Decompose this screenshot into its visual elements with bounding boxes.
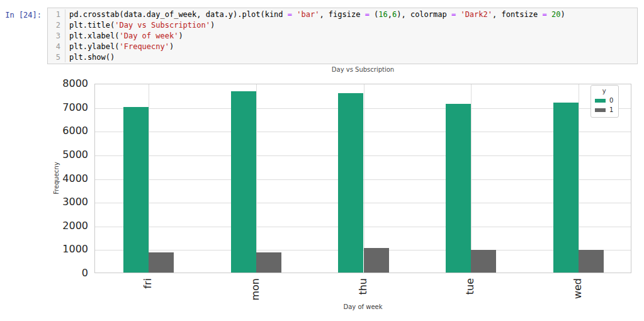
code-token-plain: ) — [560, 10, 565, 19]
code-line[interactable]: plt.title('Day vs Subscription') — [69, 20, 637, 31]
code-token-plain: plt.show() — [69, 53, 115, 62]
code-token-plain — [547, 10, 551, 19]
gridline-vertical — [579, 84, 579, 273]
code-token-plain: , fontsize — [492, 10, 542, 19]
y-tick-label: 6000 — [49, 125, 88, 137]
code-token-op: = — [365, 10, 370, 19]
code-token-plain: ), colormap — [397, 10, 451, 19]
code-token-str: 'Day vs Subscription' — [115, 21, 210, 30]
code-line[interactable]: plt.xlabel('Day of week') — [69, 31, 637, 42]
code-line[interactable]: pd.crosstab(data.day_of_week, data.y).pl… — [69, 9, 637, 20]
legend: y 01 — [590, 85, 619, 118]
bar-0-thu — [338, 93, 363, 273]
bar-0-fri — [123, 107, 149, 273]
x-axis-label: Day of week — [94, 303, 631, 310]
y-tick-label: 0 — [49, 267, 88, 279]
y-tick-label: 2000 — [49, 220, 88, 232]
line-number: 3 — [48, 31, 65, 42]
code-token-op: = — [542, 10, 546, 19]
legend-entry-1: 1 — [595, 106, 613, 113]
code-token-plain: ) — [210, 21, 215, 30]
code-token-op: = — [288, 10, 292, 19]
line-number: 2 — [48, 20, 65, 31]
code-token-plain: plt.ylabel( — [69, 42, 119, 51]
code-line[interactable]: plt.show() — [69, 52, 637, 63]
code-token-str: 'Day of week' — [119, 31, 178, 40]
code-lines[interactable]: pd.crosstab(data.day_of_week, data.y).pl… — [65, 9, 637, 62]
gridline-vertical — [256, 84, 257, 273]
legend-swatch-0 — [595, 99, 606, 103]
code-token-plain: , figsize — [319, 10, 364, 19]
bar-0-wed — [553, 103, 579, 273]
chart-title: Day vs Subscription — [94, 66, 631, 73]
code-line[interactable]: plt.ylabel('Frequecny') — [69, 42, 637, 52]
legend-rows: 01 — [595, 97, 613, 113]
x-tick-label: fri — [143, 278, 153, 289]
legend-title: y — [595, 87, 613, 94]
x-tick-label: wed — [573, 278, 583, 299]
y-axis-label: Frequecny — [53, 162, 60, 194]
bar-0-mon — [231, 91, 256, 273]
code-token-str: 'Dark2' — [460, 10, 492, 19]
code-token-num: 16 — [378, 10, 387, 19]
code-token-num: 20 — [551, 10, 560, 19]
code-token-str: 'bar' — [297, 10, 319, 19]
x-tick-label: tue — [465, 278, 475, 295]
bar-1-fri — [149, 252, 174, 273]
y-tick-label: 1000 — [49, 243, 88, 256]
x-tick-label: mon — [251, 278, 261, 301]
gridline-vertical — [149, 84, 149, 273]
y-tick-label: 5000 — [49, 149, 88, 161]
plot-area — [94, 84, 631, 273]
gridline-vertical — [364, 84, 364, 273]
legend-swatch-1 — [595, 108, 606, 112]
code-token-plain: plt.title( — [69, 21, 115, 30]
bar-1-thu — [364, 248, 389, 273]
code-token-plain: ( — [370, 10, 378, 19]
bar-0-tue — [446, 104, 471, 273]
code-token-plain: plt.xlabel( — [69, 31, 119, 40]
bar-1-tue — [471, 250, 496, 273]
code-token-plain: ) — [178, 31, 183, 40]
gridline-vertical — [471, 84, 472, 273]
legend-label: 1 — [609, 106, 613, 113]
y-tick-label: 7000 — [49, 101, 88, 114]
line-number: 1 — [48, 9, 65, 20]
code-token-plain: , — [388, 10, 392, 19]
input-prompt: In [24]: — [0, 10, 42, 21]
figure-output: Day vs Subscription 01000200030004000500… — [49, 66, 641, 318]
code-cell[interactable]: 12345 pd.crosstab(data.day_of_week, data… — [47, 8, 638, 64]
code-token-plain: pd.crosstab(data.day_of_week, data.y).pl… — [69, 10, 288, 19]
line-number-gutter: 12345 — [48, 9, 65, 62]
legend-label: 0 — [609, 97, 613, 104]
x-tick-label: thu — [358, 278, 368, 295]
notebook-page: In [24]: 12345 pd.crosstab(data.day_of_w… — [0, 0, 644, 321]
y-tick-label: 8000 — [49, 77, 88, 90]
bar-1-wed — [579, 250, 604, 273]
bar-1-mon — [256, 252, 281, 273]
code-token-plain: ) — [169, 42, 174, 51]
line-number: 4 — [48, 42, 65, 52]
line-number: 5 — [48, 52, 65, 63]
legend-entry-0: 0 — [595, 97, 613, 104]
code-token-str: 'Frequecny' — [119, 42, 169, 51]
y-tick-label: 3000 — [49, 196, 88, 208]
